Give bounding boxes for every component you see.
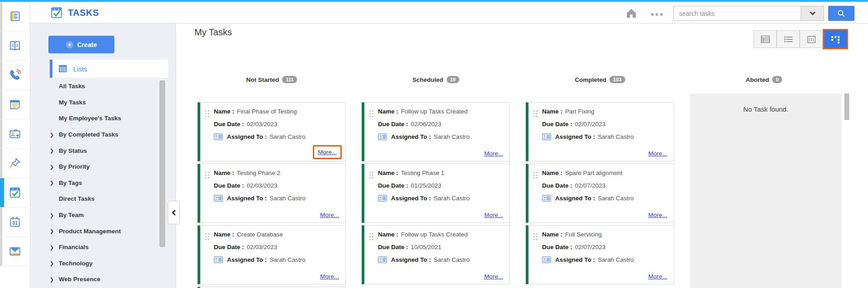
- search-scope-dropdown[interactable]: [801, 6, 824, 21]
- task-card[interactable]: Name :Testing Phase 1 Due Date :01/25/20…: [362, 164, 510, 223]
- more-link[interactable]: More...: [648, 273, 667, 280]
- task-card[interactable]: Name :Create Database Due Date :02/03/20…: [198, 225, 346, 284]
- more-link[interactable]: More...: [484, 212, 503, 218]
- sidebar-scrollbar[interactable]: [160, 80, 165, 247]
- sidebar-item-all-tasks[interactable]: All Tasks: [30, 78, 166, 94]
- rail-item-notes[interactable]: [0, 90, 30, 119]
- task-card[interactable]: Name :Testing Phase 2 Due Date :02/03/20…: [198, 164, 346, 223]
- more-link[interactable]: More...: [320, 212, 339, 218]
- task-card[interactable]: Name :Final Phase of Testing Due Date :0…: [198, 102, 346, 161]
- sidebar-item-label: Web Presence: [59, 276, 100, 283]
- search-input[interactable]: [673, 6, 801, 21]
- name-value: Part Fixing: [565, 108, 594, 115]
- rail-item-contacts[interactable]: [0, 119, 30, 149]
- task-card[interactable]: Name :Spare Part alignment Due Date :02/…: [526, 164, 674, 223]
- sidebar-collapse-button[interactable]: [168, 201, 180, 224]
- sidebar-item-by-team[interactable]: By Team: [30, 207, 166, 223]
- sidebar-item-product-management[interactable]: Product Management: [30, 223, 166, 239]
- sidebar-item-by-completed-tasks[interactable]: By Completed Tasks: [30, 127, 166, 143]
- main-content: My Tasks Not Started111 Scheduled19 Comp…: [176, 24, 863, 288]
- more-link[interactable]: More...: [484, 273, 503, 280]
- more-apps-button[interactable]: [651, 13, 664, 16]
- due-value: 10/05/2021: [411, 244, 442, 250]
- sidebar-item-my-tasks[interactable]: My Tasks: [30, 94, 166, 111]
- chevron-right-icon: [50, 164, 54, 170]
- drag-handle-icon[interactable]: [205, 233, 207, 235]
- list-view-button[interactable]: [777, 30, 800, 48]
- sidebar-item-web-presence[interactable]: Web Presence: [30, 271, 166, 288]
- card-name-row: Name :Testing Phase 1: [378, 170, 444, 176]
- drag-handle-icon[interactable]: [369, 110, 371, 112]
- assigned-label: Assigned To :: [555, 133, 595, 140]
- sidebar-item-by-tags[interactable]: By Tags: [30, 175, 166, 191]
- sidebar-item-by-priority[interactable]: By Priority: [30, 159, 166, 175]
- rail-strip: [0, 31, 2, 60]
- drag-handle-icon[interactable]: [369, 172, 371, 173]
- task-card[interactable]: Name :Full Servicing Due Date :02/07/202…: [526, 225, 674, 284]
- name-label: Name :: [378, 170, 398, 176]
- phone-icon: [8, 68, 22, 82]
- assigned-label: Assigned To :: [555, 195, 595, 202]
- tasks-logo-icon: [50, 6, 63, 19]
- sidebar-item-financials[interactable]: Financials: [30, 239, 166, 255]
- kanban-view-icon: [830, 34, 841, 44]
- contact-card-icon: [378, 195, 387, 202]
- more-link[interactable]: More...: [318, 149, 337, 156]
- name-value: Testing Phase 1: [401, 170, 444, 176]
- sidebar-item-label: My Employee's Tasks: [59, 115, 121, 122]
- assigned-label: Assigned To :: [391, 195, 431, 202]
- sidebar-item-by-status[interactable]: By Status: [30, 142, 166, 159]
- sidebar-item-direct-tasks[interactable]: Direct Tasks: [30, 191, 166, 207]
- name-label: Name :: [214, 108, 234, 115]
- drag-handle-icon[interactable]: [533, 233, 535, 235]
- rail-item-newsfeed[interactable]: [0, 2, 30, 31]
- assigned-value: Sarah Castro: [598, 133, 634, 140]
- chevron-right-icon: [50, 180, 54, 186]
- sidebar-item-my-employees-tasks[interactable]: My Employee's Tasks: [30, 110, 166, 127]
- newsfeed-icon: [8, 9, 22, 23]
- rail-item-tasks[interactable]: [0, 178, 30, 208]
- calendar-icon: 31: [8, 215, 22, 229]
- name-value: Follow up Tasks Created: [401, 231, 468, 238]
- drag-handle-icon[interactable]: [533, 172, 535, 173]
- search-button[interactable]: [828, 6, 854, 21]
- drag-handle-icon[interactable]: [205, 172, 207, 173]
- task-card[interactable]: Name :Follow up Tasks Created Due Date :…: [362, 225, 510, 284]
- more-link[interactable]: More...: [484, 150, 503, 157]
- calendar-view-button[interactable]: [800, 30, 823, 48]
- rail-item-knowledge[interactable]: [0, 31, 30, 61]
- due-value: 02/03/2023: [247, 121, 278, 127]
- more-link[interactable]: More...: [648, 150, 667, 157]
- more-link[interactable]: More...: [648, 212, 667, 218]
- rail-item-pinned[interactable]: [0, 149, 30, 178]
- sidebar-item-lists[interactable]: Lists: [50, 60, 168, 78]
- drag-handle-icon[interactable]: [369, 233, 371, 235]
- task-card[interactable]: Name :Part Fixing Due Date :02/07/2023 A…: [526, 102, 674, 161]
- card-due-row: Due Date :10/05/2021: [378, 244, 441, 250]
- more-link[interactable]: More...: [320, 273, 339, 280]
- drag-handle-icon[interactable]: [533, 110, 535, 112]
- rail-item-calls[interactable]: [0, 61, 30, 90]
- chevron-right-icon: [50, 212, 54, 218]
- create-button[interactable]: + Create: [48, 36, 114, 53]
- assigned-value: Sarah Castro: [434, 195, 470, 202]
- card-assigned-row: Assigned To :Sarah Castro: [542, 256, 634, 263]
- sidebar-item-technology[interactable]: Technology: [30, 255, 166, 272]
- home-button[interactable]: [625, 7, 637, 21]
- tasks-sidebar: + Create Lists All Tasks My Tasks My Emp…: [30, 24, 176, 288]
- board-scrollbar[interactable]: [844, 94, 849, 120]
- kanban-view-button[interactable]: [823, 29, 848, 49]
- drag-handle-icon[interactable]: [205, 110, 207, 112]
- assigned-label: Assigned To :: [391, 133, 431, 140]
- rail-item-mail[interactable]: [0, 237, 30, 266]
- sidebar-item-label: Direct Tasks: [59, 195, 94, 202]
- card-name-row: Name :Part Fixing: [542, 108, 594, 115]
- name-value: Full Servicing: [565, 231, 602, 238]
- card-name-row: Name :Final Phase of Testing: [214, 108, 297, 115]
- rail-item-calendar[interactable]: 31: [0, 208, 30, 237]
- due-label: Due Date :: [214, 244, 244, 250]
- task-card[interactable]: Name :Follow up Tasks Created Due Date :…: [362, 102, 510, 161]
- due-label: Due Date :: [214, 182, 244, 189]
- name-value: Spare Part alignment: [565, 170, 623, 176]
- table-view-button[interactable]: [754, 30, 777, 48]
